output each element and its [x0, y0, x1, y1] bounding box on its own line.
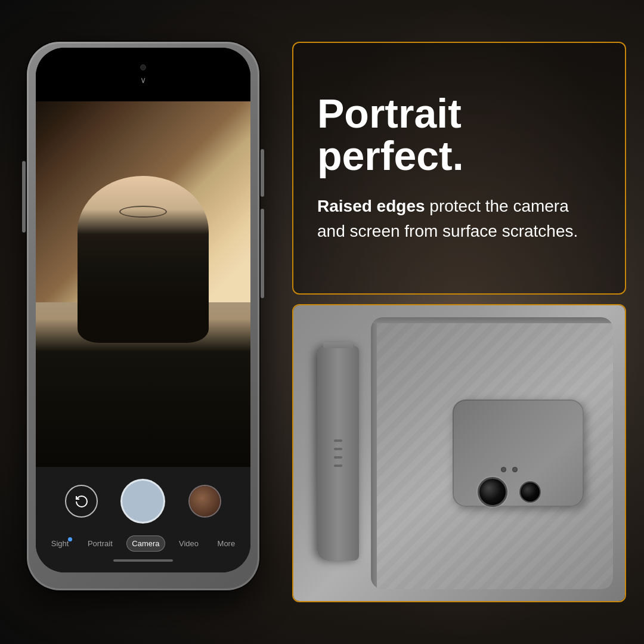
sensor-dots	[501, 467, 518, 472]
slot-2	[334, 448, 342, 450]
headline: Portrait perfect.	[317, 92, 601, 178]
info-card-top: Portrait perfect. Raised edges protect t…	[292, 42, 626, 295]
case-side-view	[317, 346, 359, 561]
camera-lens-secondary	[519, 481, 541, 503]
mode-camera[interactable]: Camera	[126, 535, 165, 552]
slot-3	[334, 456, 342, 459]
photo-upper-bg	[36, 101, 250, 302]
raised-edge-top	[371, 317, 613, 323]
mode-video[interactable]: Video	[174, 536, 203, 551]
headline-line1: Portrait	[317, 91, 462, 136]
phone-device: ∨	[27, 42, 259, 590]
camera-buttons-row	[36, 476, 250, 532]
sensor-dot-2	[512, 467, 518, 472]
sight-dot	[68, 537, 72, 541]
side-slots	[334, 439, 342, 467]
camera-lens-row	[478, 477, 541, 507]
front-camera-dot	[140, 64, 146, 70]
description: Raised edges protect the camera and scre…	[317, 194, 601, 244]
mode-sight[interactable]: Sight	[47, 536, 74, 551]
right-panel: Portrait perfect. Raised edges protect t…	[292, 42, 626, 602]
shutter-button[interactable]	[120, 479, 165, 524]
headline-line2: perfect.	[317, 133, 464, 178]
rotate-button[interactable]	[65, 485, 98, 518]
slot-1	[334, 439, 342, 442]
camera-modes: Sight Portrait Camera Video	[36, 532, 250, 556]
phone-screen: ∨	[36, 48, 250, 572]
camera-viewfinder	[36, 101, 250, 467]
sensor-dot-1	[501, 467, 506, 472]
thumbnail-button[interactable]	[188, 485, 221, 518]
phone-top-bar: ∨	[36, 48, 250, 101]
case-back-view	[371, 317, 613, 589]
dropdown-arrow-icon[interactable]: ∨	[140, 75, 146, 85]
photo-person	[78, 176, 209, 343]
camera-lens-main	[478, 477, 507, 507]
mode-more[interactable]: More	[213, 536, 240, 551]
home-indicator	[113, 559, 173, 562]
camera-bump	[453, 400, 584, 507]
camera-controls: Sight Portrait Camera Video	[36, 467, 250, 572]
photo-content	[36, 101, 250, 467]
raised-edge-left	[371, 317, 377, 589]
mode-portrait[interactable]: Portrait	[83, 536, 117, 551]
info-card-bottom	[292, 304, 626, 602]
content-wrapper: ∨	[0, 0, 644, 644]
phone-container: ∨	[18, 42, 268, 602]
case-detail	[293, 305, 625, 601]
slot-4	[334, 465, 342, 467]
description-bold: Raised edges	[317, 197, 425, 215]
raised-edge-top	[323, 342, 353, 348]
photo-glasses	[119, 206, 167, 218]
